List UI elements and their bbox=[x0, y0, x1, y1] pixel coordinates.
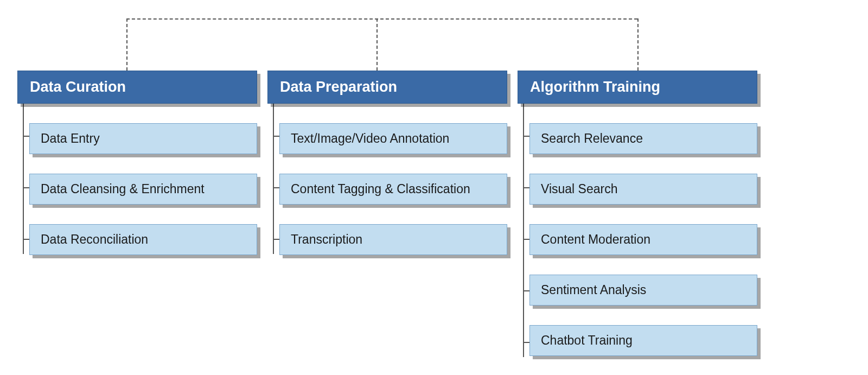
tree-trunk-1 bbox=[23, 103, 24, 255]
hierarchy-diagram: Data Curation Data Entry Data Cleansing … bbox=[0, 0, 868, 375]
item-label: Sentiment Analysis bbox=[541, 283, 646, 297]
item-box: Search Relevance bbox=[529, 123, 757, 154]
item-label: Data Entry bbox=[41, 131, 100, 145]
item-label: Data Cleansing & Enrichment bbox=[41, 182, 205, 196]
tree-trunk-3 bbox=[523, 103, 524, 358]
tree-branch bbox=[23, 136, 29, 137]
column-algorithm-training: Algorithm Training Search Relevance Visu… bbox=[518, 71, 757, 356]
item-label: Visual Search bbox=[541, 182, 618, 196]
tree-trunk-2 bbox=[273, 103, 274, 255]
item-box: Sentiment Analysis bbox=[529, 275, 757, 306]
header-label: Data Preparation bbox=[280, 79, 397, 95]
item-box: Content Tagging & Classification bbox=[279, 174, 507, 205]
item-label: Content Tagging & Classification bbox=[291, 182, 470, 196]
top-dashed-line bbox=[126, 18, 637, 20]
item-label: Content Moderation bbox=[541, 232, 650, 246]
header-label: Data Curation bbox=[30, 79, 126, 95]
item-box: Transcription bbox=[279, 224, 507, 255]
item-label: Search Relevance bbox=[541, 131, 643, 145]
item-label: Text/Image/Video Annotation bbox=[291, 131, 449, 145]
tree-branch bbox=[523, 136, 529, 137]
item-box: Text/Image/Video Annotation bbox=[279, 123, 507, 154]
tree-branch bbox=[523, 342, 529, 343]
item-box: Data Entry bbox=[29, 123, 257, 154]
item-box: Visual Search bbox=[529, 174, 757, 205]
item-box: Data Cleansing & Enrichment bbox=[29, 174, 257, 205]
tree-branch bbox=[23, 239, 29, 240]
header-data-curation: Data Curation bbox=[17, 71, 257, 104]
item-box: Chatbot Training bbox=[529, 325, 757, 356]
item-box: Content Moderation bbox=[529, 224, 757, 255]
item-label: Transcription bbox=[291, 232, 362, 246]
column-data-preparation: Data Preparation Text/Image/Video Annota… bbox=[267, 71, 507, 255]
header-data-preparation: Data Preparation bbox=[267, 71, 507, 104]
header-label: Algorithm Training bbox=[530, 79, 660, 95]
tree-branch bbox=[273, 187, 279, 188]
item-label: Data Reconciliation bbox=[41, 232, 148, 246]
drop-line-1 bbox=[126, 18, 127, 71]
tree-branch bbox=[523, 239, 529, 240]
drop-line-3 bbox=[637, 18, 639, 71]
tree-branch bbox=[23, 187, 29, 188]
column-data-curation: Data Curation Data Entry Data Cleansing … bbox=[17, 71, 257, 255]
tree-branch bbox=[273, 136, 279, 137]
tree-branch bbox=[523, 290, 529, 291]
drop-line-2 bbox=[376, 18, 378, 71]
item-label: Chatbot Training bbox=[541, 333, 633, 347]
tree-branch bbox=[273, 239, 279, 240]
item-box: Data Reconciliation bbox=[29, 224, 257, 255]
header-algorithm-training: Algorithm Training bbox=[518, 71, 757, 104]
tree-branch bbox=[523, 187, 529, 188]
